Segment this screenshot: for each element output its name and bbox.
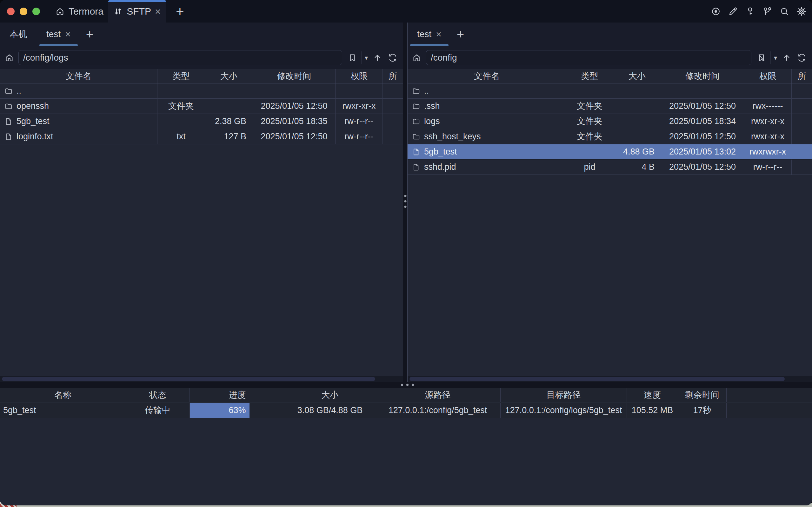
column-header-speed[interactable]: 速度 — [627, 388, 678, 402]
column-header-filename[interactable]: 文件名 — [408, 69, 566, 83]
home-icon[interactable] — [0, 53, 18, 62]
file-size — [205, 83, 253, 98]
add-pane-tab-button[interactable]: + — [80, 27, 99, 42]
column-header-progress[interactable]: 进度 — [190, 388, 285, 402]
file-name: .. — [424, 83, 429, 98]
refresh-icon[interactable] — [385, 53, 400, 62]
keychain-icon[interactable] — [762, 6, 773, 17]
up-directory-icon[interactable] — [370, 53, 385, 62]
transfer-row-5gb-test[interactable]: 5gb_test 传输中 63% 3.08 GB/4.88 GB 127.0.0… — [0, 403, 726, 418]
column-header-filename[interactable]: 文件名 — [0, 69, 157, 83]
column-header-owner[interactable]: 所 — [792, 69, 812, 83]
close-tab-icon[interactable]: × — [65, 30, 71, 39]
search-icon[interactable] — [779, 6, 790, 17]
path-input[interactable] — [426, 50, 751, 65]
file-mtime: 2025/01/05 12:50 — [661, 129, 744, 144]
transfer-size: 3.08 GB/4.88 GB — [285, 403, 375, 418]
tab-local-machine[interactable]: 本机 — [0, 22, 37, 46]
file-type: pid — [566, 160, 613, 174]
scrollbar-thumb[interactable] — [2, 377, 375, 381]
settings-gear-icon[interactable] — [796, 6, 807, 17]
scrollbar-thumb[interactable] — [410, 377, 785, 381]
bookmark-icon[interactable] — [345, 53, 360, 62]
file-size — [613, 83, 661, 98]
table-row-ssh-host-keys[interactable]: ssh_host_keys 文件夹 2025/01/05 12:50 rwxr-… — [408, 129, 812, 145]
folder-icon — [4, 102, 13, 110]
table-row-parent-dir[interactable]: .. — [408, 83, 812, 99]
tab-termora-home[interactable]: Termora — [51, 0, 108, 22]
file-type — [157, 114, 205, 129]
file-type: 文件夹 — [566, 99, 613, 114]
close-tab-icon[interactable]: × — [436, 30, 442, 39]
table-row-ssh[interactable]: .ssh 文件夹 2025/01/05 12:50 rwx------ — [408, 99, 812, 114]
tab-test-session[interactable]: test × — [37, 22, 80, 46]
remote-pane: test × + ▾ — [408, 22, 812, 382]
column-header-mtime[interactable]: 修改时间 — [253, 69, 335, 83]
table-row-sshd-pid[interactable]: sshd.pid pid 4 B 2025/01/05 12:50 rw-r--… — [408, 160, 812, 175]
file-type — [566, 145, 613, 159]
transfer-source-path: 127.0.0.1:/config/5gb_test — [375, 403, 501, 418]
path-input[interactable] — [18, 50, 342, 65]
right-pathbar: ▾ — [408, 46, 812, 69]
edit-icon[interactable] — [727, 6, 738, 17]
file-perm: rwxrwxr-x — [744, 145, 792, 159]
left-path-actions: ▾ — [342, 51, 403, 64]
column-header-size[interactable]: 大小 — [285, 388, 375, 402]
chevron-down-icon[interactable]: ▾ — [363, 54, 370, 62]
column-header-name[interactable]: 名称 — [0, 388, 126, 402]
up-directory-icon[interactable] — [779, 53, 794, 62]
record-icon[interactable] — [710, 6, 721, 17]
chevron-down-icon[interactable]: ▾ — [772, 54, 779, 62]
new-tab-button[interactable]: + — [173, 0, 187, 22]
transfer-status: 传输中 — [126, 403, 190, 418]
file-name: ssh_host_keys — [424, 129, 481, 144]
file-perm — [744, 83, 792, 98]
column-header-type[interactable]: 类型 — [566, 69, 613, 83]
divider — [770, 51, 771, 64]
column-header-perm[interactable]: 权限 — [335, 69, 383, 83]
pane-splitter-vertical[interactable] — [403, 22, 408, 382]
column-header-mtime[interactable]: 修改时间 — [661, 69, 744, 83]
file-perm: rw-r--r-- — [744, 160, 792, 174]
table-row-openssh[interactable]: openssh 文件夹 2025/01/05 12:50 rwxr-xr-x — [0, 99, 403, 114]
column-header-status[interactable]: 状态 — [126, 388, 190, 402]
column-header-size[interactable]: 大小 — [205, 69, 253, 83]
file-name: 5gb_test — [424, 145, 457, 159]
close-tab-icon[interactable]: × — [155, 6, 161, 16]
home-icon[interactable] — [408, 53, 426, 62]
left-horizontal-scrollbar[interactable] — [0, 376, 403, 382]
column-header-remaining[interactable]: 剩余时间 — [678, 388, 726, 402]
table-row-5gb-test[interactable]: 5gb_test 2.38 GB 2025/01/05 18:35 rw-r--… — [0, 114, 403, 129]
left-pathbar: ▾ — [0, 46, 403, 69]
tab-test-session[interactable]: test × — [408, 22, 451, 46]
table-row-loginfo[interactable]: loginfo.txt txt 127 B 2025/01/05 12:50 r… — [0, 129, 403, 145]
file-perm: rwx------ — [744, 99, 792, 114]
macos-close-button[interactable] — [7, 8, 15, 15]
file-mtime: 2025/01/05 13:02 — [661, 145, 744, 159]
transfer-splitter-horizontal[interactable] — [0, 382, 812, 388]
transfer-remaining-time: 17秒 — [678, 403, 726, 418]
add-pane-tab-button[interactable]: + — [451, 27, 470, 42]
bookmark-slash-icon[interactable] — [754, 53, 769, 62]
right-horizontal-scrollbar[interactable] — [408, 376, 812, 382]
macos-zoom-button[interactable] — [33, 8, 40, 15]
column-header-owner[interactable]: 所 — [383, 69, 403, 83]
tab-sftp[interactable]: SFTP × — [108, 0, 166, 22]
column-header-source[interactable]: 源路径 — [375, 388, 501, 402]
column-header-perm[interactable]: 权限 — [744, 69, 792, 83]
file-perm: rwxr-xr-x — [335, 99, 383, 114]
left-pane-tabs: 本机 test × + — [0, 22, 403, 46]
key-icon[interactable] — [745, 6, 756, 17]
file-mtime — [661, 83, 744, 98]
table-row-logs[interactable]: logs 文件夹 2025/01/05 18:34 rwxr-xr-x — [408, 114, 812, 129]
termora-window: Termora SFTP × + — [0, 0, 812, 505]
column-header-size[interactable]: 大小 — [613, 69, 661, 83]
table-row-parent-dir[interactable]: .. — [0, 83, 403, 99]
refresh-icon[interactable] — [794, 53, 809, 62]
table-row-5gb-test-selected[interactable]: 5gb_test 4.88 GB 2025/01/05 13:02 rwxrwx… — [408, 145, 812, 160]
file-icon — [412, 148, 420, 156]
column-header-type[interactable]: 类型 — [157, 69, 205, 83]
column-header-target[interactable]: 目标路径 — [501, 388, 627, 402]
macos-minimize-button[interactable] — [20, 8, 27, 15]
file-type: txt — [157, 129, 205, 144]
